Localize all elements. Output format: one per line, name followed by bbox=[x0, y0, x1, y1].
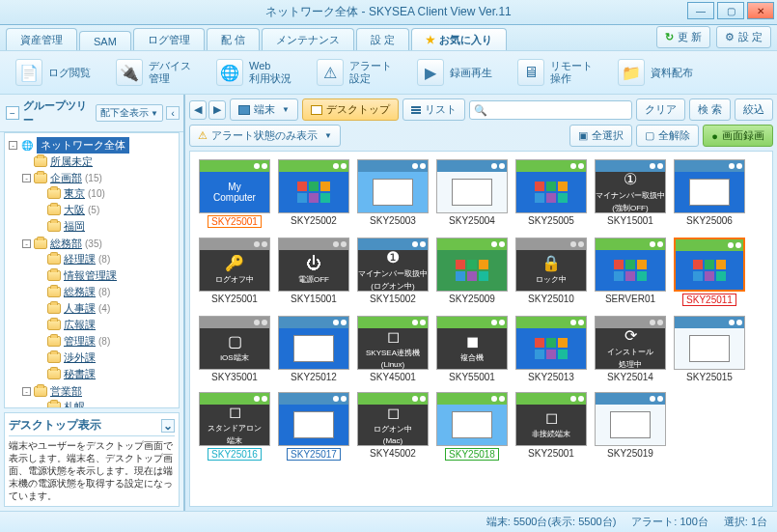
tree-node[interactable]: +情報管理課 bbox=[36, 268, 177, 283]
select-all-button[interactable]: ▣全選択 bbox=[569, 125, 632, 147]
tree-toggle[interactable]: - bbox=[9, 141, 17, 150]
tree-node[interactable]: +札幌 bbox=[36, 400, 177, 408]
expand-all-button[interactable]: 配下全表示▼ bbox=[96, 104, 163, 122]
tree-node[interactable]: +人事課(4) bbox=[36, 301, 177, 316]
tree-label: ネットワーク全体 bbox=[37, 137, 129, 154]
thumbnail[interactable]: SKY25017 bbox=[277, 392, 350, 461]
view-terminal-button[interactable]: 端末 bbox=[230, 98, 298, 121]
thumbnail[interactable]: ▢iOS端末SKY35001 bbox=[198, 316, 271, 382]
maximize-button[interactable]: ▢ bbox=[717, 2, 744, 19]
panel-collapse-arrow[interactable]: ‹ bbox=[166, 106, 180, 120]
collapse-button[interactable]: − bbox=[6, 106, 19, 120]
thumbnail[interactable]: SKY25003 bbox=[356, 159, 430, 228]
thumbnail[interactable]: ◻非接続端末SKY25001 bbox=[514, 392, 588, 461]
status-bar-strip bbox=[279, 238, 348, 250]
tree-node[interactable]: +総務課(8) bbox=[36, 285, 177, 299]
chevron-down-icon[interactable]: ⌄ bbox=[161, 419, 175, 433]
tab-log[interactable]: ログ管理 bbox=[133, 28, 205, 50]
group-tree[interactable]: -🌐ネットワーク全体+所属未定-企画部(15)+東京(10)+大阪(5)+福岡-… bbox=[4, 132, 180, 408]
deselect-icon: ▢ bbox=[645, 129, 654, 142]
thumbnail[interactable]: ◻SKYSEA連携機(Linux)SKY45001 bbox=[356, 316, 430, 382]
thumbnail[interactable]: ◻ログオン中(Mac)SKY45002 bbox=[356, 392, 430, 461]
deselect-all-button[interactable]: ▢全解除 bbox=[636, 125, 699, 147]
tab-favorites[interactable]: ★お気に入り bbox=[411, 28, 507, 50]
tree-node[interactable]: +福岡 bbox=[36, 219, 177, 234]
refresh-button[interactable]: 更 新 bbox=[656, 26, 710, 48]
thumbnail[interactable]: ⟳インストール処理中SKY25014 bbox=[594, 316, 667, 382]
tool-5[interactable]: 🖥リモート操作 bbox=[512, 57, 598, 88]
view-list-button[interactable]: リスト bbox=[402, 98, 465, 121]
thumbnail[interactable]: SKY25018 bbox=[435, 392, 509, 461]
state-icon: ◻ bbox=[387, 327, 400, 346]
tab-asset[interactable]: 資産管理 bbox=[6, 28, 77, 50]
tool-6[interactable]: 📁資料配布 bbox=[612, 57, 699, 88]
thumbnail[interactable]: SKY25002 bbox=[277, 159, 350, 228]
thumbnail[interactable]: SKY25005 bbox=[514, 159, 588, 228]
tool-0[interactable]: 📄ログ閲覧 bbox=[10, 57, 97, 88]
tab-maint[interactable]: メンテナンス bbox=[262, 28, 354, 50]
thumbnail[interactable]: ⏻電源OFFSKY15001 bbox=[277, 238, 350, 306]
narrow-button[interactable]: 絞込 bbox=[735, 98, 773, 121]
tree-label: 情報管理課 bbox=[64, 268, 117, 283]
tree-node[interactable]: +秘書課 bbox=[36, 367, 177, 381]
tree-node[interactable]: -営業部 bbox=[22, 384, 177, 399]
thumbnail[interactable]: SKY25019 bbox=[594, 392, 667, 461]
tree-node[interactable]: -企画部(15) bbox=[22, 171, 177, 185]
search-input[interactable]: 🔍 bbox=[469, 100, 632, 120]
tree-node[interactable]: -総務部(35) bbox=[22, 237, 177, 251]
thumbnail[interactable]: ①マイナンバー取扱中(強制OFF)SKY15001 bbox=[594, 159, 667, 228]
thumbnail[interactable]: ◼複合機SKY55001 bbox=[435, 316, 509, 382]
thumbnail[interactable]: ◻スタンドアロン端末SKY25016 bbox=[198, 392, 271, 461]
thumbnail[interactable]: SKY25015 bbox=[673, 316, 746, 382]
tab-sam[interactable]: SAM bbox=[79, 31, 131, 50]
tree-node[interactable]: +経理課(8) bbox=[36, 252, 177, 266]
thumbnail[interactable]: MyComputerSKY25001 bbox=[198, 159, 271, 228]
search-button[interactable]: 検 索 bbox=[689, 98, 731, 121]
thumbnail[interactable]: SKY25004 bbox=[435, 159, 509, 228]
tree-node[interactable]: +渉外課 bbox=[36, 350, 177, 365]
settings-button[interactable]: 設 定 bbox=[716, 26, 771, 48]
thumbnail[interactable]: 🔒ロック中SKY25010 bbox=[514, 238, 588, 306]
thumb-name: SKY25006 bbox=[686, 215, 733, 226]
tab-settings[interactable]: 設 定 bbox=[356, 28, 409, 50]
tool-4[interactable]: ▶録画再生 bbox=[411, 57, 498, 88]
tree-root-node[interactable]: -🌐ネットワーク全体 bbox=[9, 137, 177, 154]
thumbnail[interactable]: 🔑ログオフ中SKY25001 bbox=[198, 238, 271, 306]
tree-toggle[interactable]: - bbox=[22, 387, 31, 396]
tree-toggle[interactable]: - bbox=[22, 174, 31, 182]
thumbnail[interactable]: ❶マイナンバー取扱中(ログオン中)SKY15002 bbox=[356, 238, 430, 306]
thumbnail[interactable]: SERVER01 bbox=[594, 238, 667, 306]
thumbnail[interactable]: SKY25012 bbox=[277, 316, 350, 382]
tree-node[interactable]: +管理課(8) bbox=[36, 334, 177, 349]
tool-icon: 📁 bbox=[618, 59, 645, 86]
tool-1[interactable]: 🔌デバイス管理 bbox=[110, 57, 197, 88]
desktop-icon bbox=[311, 105, 322, 115]
thumb-preview bbox=[515, 316, 587, 370]
star-icon: ★ bbox=[426, 34, 435, 46]
tree-node[interactable]: +東京(10) bbox=[36, 186, 177, 201]
tool-icon: ▶ bbox=[417, 59, 444, 86]
thumb-name: SKY15002 bbox=[370, 294, 416, 304]
nav-back-button[interactable]: ◀ bbox=[189, 100, 207, 120]
thumbnail[interactable]: SKY25011 bbox=[673, 238, 746, 306]
thumb-preview bbox=[595, 238, 666, 292]
tree-node[interactable]: +広報課 bbox=[36, 318, 177, 332]
clear-button[interactable]: クリア bbox=[636, 98, 685, 121]
tool-2[interactable]: 🌐Web利用状況 bbox=[210, 57, 297, 88]
tree-toggle[interactable]: - bbox=[22, 239, 31, 248]
thumb-preview bbox=[436, 159, 508, 213]
minimize-button[interactable]: — bbox=[687, 2, 714, 19]
tool-3[interactable]: ⚠アラート設定 bbox=[311, 57, 398, 88]
tree-node[interactable]: +大阪(5) bbox=[36, 203, 177, 217]
thumbnail[interactable]: SKY25006 bbox=[673, 159, 746, 228]
close-button[interactable]: ✕ bbox=[747, 2, 774, 19]
screen-record-button[interactable]: ●画面録画 bbox=[703, 125, 773, 147]
view-desktop-button[interactable]: デスクトップ bbox=[302, 98, 399, 121]
thumbnail[interactable]: SKY25013 bbox=[514, 316, 588, 382]
nav-forward-button[interactable]: ▶ bbox=[208, 100, 226, 120]
tab-deploy[interactable]: 配 信 bbox=[207, 28, 260, 50]
thumbnail-grid-area[interactable]: MyComputerSKY25001SKY25002SKY25003SKY250… bbox=[189, 151, 773, 507]
tree-node[interactable]: +所属未定 bbox=[22, 154, 177, 169]
alert-filter-dropdown[interactable]: ⚠アラート状態のみ表示 bbox=[189, 125, 341, 147]
thumbnail[interactable]: SKY25009 bbox=[435, 238, 509, 306]
